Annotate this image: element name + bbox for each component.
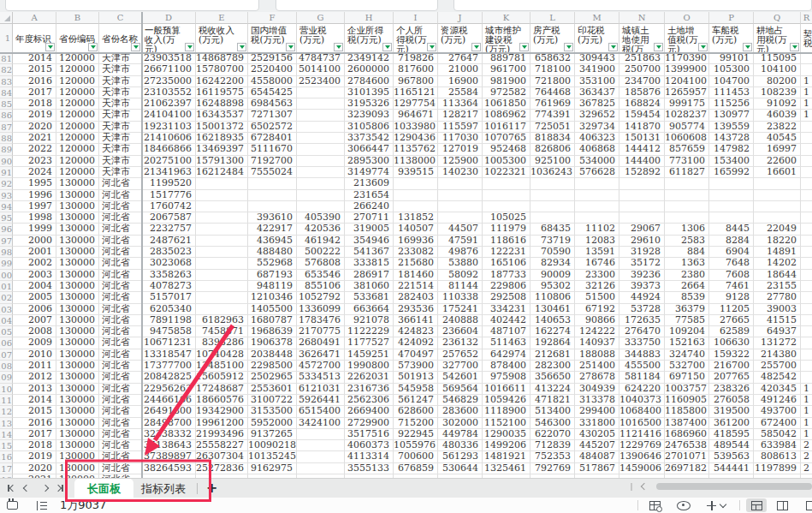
cell[interactable]: 293536 [394,304,438,315]
cell[interactable]: 1177527 [345,337,394,349]
cell[interactable]: 7555024 [248,167,297,178]
cell[interactable]: 449784 [438,429,483,440]
cell[interactable]: 420345 [754,384,801,395]
cell[interactable]: 39236 [619,270,665,281]
cell[interactable]: 719826 [394,53,438,64]
cell[interactable]: 1783476 [297,315,345,326]
cell[interactable]: 283600 [438,406,483,417]
cell[interactable]: 181460 [394,270,438,281]
select-all-corner[interactable] [0,12,13,24]
cell[interactable] [483,190,530,201]
cell[interactable]: 140653 [530,315,575,326]
cell[interactable]: 22956263 [142,384,196,395]
row-number[interactable]: 114 [0,429,13,440]
cell[interactable]: 402442 [483,315,530,326]
header-cell[interactable]: 年度标识 [13,24,56,53]
cell[interactable]: 7461 [709,281,754,292]
cell[interactable]: 18660576 [196,395,248,406]
cell[interactable]: 363437 [575,87,619,98]
cell[interactable]: 2018 [13,440,56,451]
row-number[interactable]: 102 [0,292,13,303]
cell[interactable] [196,201,248,212]
cell[interactable]: 1459251 [345,349,394,361]
cell[interactable]: 1122229 [345,326,394,337]
cell[interactable]: 3517516 [345,429,394,440]
column-letter[interactable]: A [13,12,56,24]
cell[interactable] [438,178,483,189]
row-number[interactable]: 104 [0,315,13,326]
cell[interactable]: 319500 [709,406,754,417]
cell[interactable]: 4060373 [345,440,394,451]
cell[interactable] [530,190,575,201]
cell[interactable]: 2697182 [665,463,709,474]
cell[interactable]: 26671100 [142,64,196,75]
cell[interactable]: 818834 [530,133,575,144]
cell[interactable]: 河北省 [99,224,142,235]
cell[interactable]: 27235000 [142,76,196,87]
table-lookup-icon[interactable] [649,501,661,510]
cell[interactable]: 2520400 [248,64,297,75]
cell[interactable]: 533681 [345,292,394,303]
cell[interactable] [297,429,345,440]
cell[interactable]: 905774 [665,122,709,133]
cell[interactable] [196,270,248,281]
cell[interactable] [801,258,812,269]
cell[interactable]: 4572700 [297,361,345,372]
cell[interactable]: 29610 [619,236,665,247]
macro-status-icon[interactable] [7,501,18,510]
cell[interactable]: 2600000 [345,64,394,75]
cell[interactable]: 233082 [394,247,438,258]
cell[interactable]: 5111670 [248,144,297,155]
cell[interactable]: 2835023 [142,247,196,258]
cell[interactable] [297,190,345,201]
cell[interactable]: 70590 [530,247,575,258]
cell[interactable]: 2232757 [142,224,196,235]
cell[interactable]: 569564 [438,384,483,395]
cell[interactable]: 18466866 [142,144,196,155]
cell[interactable]: 1152100 [483,418,530,429]
cell[interactable]: 1290035 [483,429,530,440]
cell[interactable]: 4558000 [248,76,297,87]
cell[interactable]: 8445 [709,224,754,235]
cell[interactable]: 8393286 [196,337,248,349]
cell[interactable]: 1306 [665,224,709,235]
column-letter[interactable]: L [530,12,575,24]
cell[interactable]: 115095 [754,53,801,64]
cell[interactable]: 975908 [483,372,530,383]
cell[interactable]: 367825 [575,98,619,110]
cell[interactable] [297,144,345,155]
filter-dropdown-button[interactable] [45,43,55,51]
cell[interactable]: 2502965 [248,372,297,383]
cell[interactable]: 576808 [297,258,345,269]
column-letter[interactable]: B [56,12,99,24]
cell[interactable] [297,122,345,133]
cell[interactable]: 1760742 [142,201,196,212]
cell[interactable]: 6984563 [248,98,297,110]
row-number[interactable]: 107 [0,349,13,361]
cell[interactable]: 7891198 [142,315,196,326]
cell[interactable]: 河北省 [99,247,142,258]
cell[interactable]: 77585 [665,315,709,326]
cell[interactable]: 39003 [754,304,801,315]
cell[interactable]: 河北省 [99,463,142,474]
cell[interactable]: 90009 [530,270,575,281]
cell[interactable]: 95302 [530,281,575,292]
cell[interactable]: 河北省 [99,406,142,417]
cell[interactable]: 1138000 [394,156,438,167]
filter-dropdown-button[interactable] [237,43,246,51]
cell[interactable]: 3373542 [345,133,394,144]
cell[interactable] [801,372,812,383]
cell[interactable]: 1040373 [619,395,665,406]
cell[interactable]: 276058 [709,395,754,406]
cell[interactable]: 857659 [665,144,709,155]
row-number[interactable]: 113 [0,418,13,429]
cell[interactable]: 3023068 [142,258,196,269]
cell[interactable]: 541367 [345,247,394,258]
row-number[interactable]: 100 [0,270,13,281]
cell[interactable]: 3105806 [345,122,394,133]
cell[interactable]: 2007 [13,315,56,326]
eye-icon[interactable] [677,501,690,510]
cell[interactable] [575,212,619,224]
filter-dropdown-button[interactable] [471,43,481,51]
cell[interactable] [801,304,812,315]
